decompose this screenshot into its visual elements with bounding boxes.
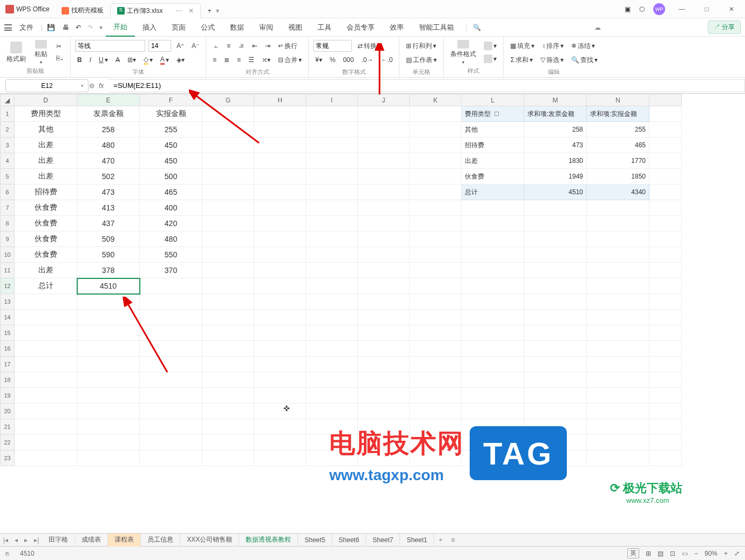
- cell[interactable]: [306, 310, 358, 325]
- row-header[interactable]: 3: [1, 138, 15, 153]
- cell[interactable]: 258: [77, 122, 140, 138]
- merge-button[interactable]: ⊟ 合并▾: [276, 54, 304, 66]
- bold-button[interactable]: B: [75, 55, 84, 65]
- cell[interactable]: 其他: [15, 122, 77, 138]
- worksheet-button[interactable]: ▤ 工作表▾: [404, 54, 439, 66]
- tab-templates[interactable]: 找稻壳模板: [55, 3, 110, 18]
- cell[interactable]: [140, 325, 202, 341]
- share-button[interactable]: ↗ 分享: [708, 21, 741, 34]
- row-header[interactable]: 22: [1, 435, 15, 450]
- cell[interactable]: [649, 372, 682, 388]
- cell[interactable]: [15, 357, 77, 372]
- cell[interactable]: [649, 122, 682, 138]
- cell[interactable]: 出差: [15, 263, 77, 278]
- cell[interactable]: [15, 294, 77, 310]
- cell[interactable]: [649, 231, 682, 247]
- cell[interactable]: 出差: [15, 169, 77, 185]
- cell[interactable]: [587, 404, 649, 419]
- cell[interactable]: [649, 263, 682, 278]
- cell[interactable]: [358, 231, 410, 247]
- cell[interactable]: 502: [77, 169, 140, 185]
- cell[interactable]: [649, 325, 682, 341]
- cell[interactable]: [587, 231, 649, 247]
- find-button[interactable]: 🔍 查找▾: [569, 54, 600, 66]
- row-header[interactable]: 21: [1, 419, 15, 435]
- clear-format-button[interactable]: ◈▾: [174, 55, 187, 65]
- row-header[interactable]: 19: [1, 388, 15, 404]
- cell[interactable]: [410, 325, 462, 341]
- menu-hamburger-icon[interactable]: [4, 24, 12, 31]
- strikethrough-button[interactable]: A̶: [113, 55, 122, 65]
- rows-cols-button[interactable]: ⊞ 行和列▾: [404, 40, 438, 52]
- cell[interactable]: [587, 325, 649, 341]
- cell[interactable]: 1949: [524, 169, 587, 185]
- cell[interactable]: 590: [77, 247, 140, 263]
- cube-icon[interactable]: ⬡: [639, 5, 645, 13]
- cell[interactable]: 473: [77, 185, 140, 200]
- cell[interactable]: [462, 325, 524, 341]
- menu-search-icon[interactable]: 🔍: [466, 24, 487, 31]
- sheet-tab[interactable]: 课程表: [108, 534, 141, 547]
- cell[interactable]: [306, 200, 358, 216]
- cell[interactable]: 470: [77, 153, 140, 169]
- col-L[interactable]: L: [462, 94, 524, 106]
- row-header[interactable]: 8: [1, 216, 15, 231]
- sheet-nav-next[interactable]: ▸: [21, 536, 31, 544]
- cell[interactable]: [358, 388, 410, 404]
- cell[interactable]: [254, 341, 306, 357]
- orientation-button[interactable]: ⤭▾: [260, 55, 273, 65]
- cell[interactable]: [358, 372, 410, 388]
- cell[interactable]: [15, 450, 77, 466]
- cell[interactable]: 473: [524, 138, 587, 153]
- cell[interactable]: [462, 357, 524, 372]
- spreadsheet-grid[interactable]: ◢ D E F G H I J K L M N 1费用类型发票金额实报金额费用类…: [0, 94, 682, 466]
- cell[interactable]: 4510: [77, 278, 140, 294]
- avatar[interactable]: WP: [653, 3, 665, 15]
- cell[interactable]: 伙食费: [15, 231, 77, 247]
- cell[interactable]: [358, 106, 410, 122]
- cell[interactable]: 550: [140, 247, 202, 263]
- cell[interactable]: [15, 325, 77, 341]
- row-header[interactable]: 9: [1, 231, 15, 247]
- cell[interactable]: [202, 200, 254, 216]
- cell[interactable]: [649, 138, 682, 153]
- cell[interactable]: [15, 388, 77, 404]
- cell[interactable]: 伙食费: [15, 247, 77, 263]
- col-D[interactable]: D: [15, 94, 77, 106]
- menu-redo-icon[interactable]: ↷: [84, 24, 96, 31]
- row-header[interactable]: 17: [1, 357, 15, 372]
- cell[interactable]: [254, 372, 306, 388]
- cell[interactable]: 509: [77, 231, 140, 247]
- cell[interactable]: [410, 310, 462, 325]
- cell[interactable]: [358, 341, 410, 357]
- cell[interactable]: [254, 185, 306, 200]
- cell[interactable]: [649, 419, 682, 435]
- menu-tools[interactable]: 工具: [310, 18, 339, 37]
- zoom-fit-icon[interactable]: ⤢: [734, 550, 740, 557]
- row-header[interactable]: 6: [1, 185, 15, 200]
- cell[interactable]: [410, 138, 462, 153]
- align-left-button[interactable]: ≡: [211, 55, 219, 65]
- tab-workbook[interactable]: S 工作簿3.xlsx ⋯ ✕: [110, 3, 201, 18]
- cell[interactable]: [254, 419, 306, 435]
- cell[interactable]: [202, 122, 254, 138]
- cell[interactable]: [77, 325, 140, 341]
- align-right-button[interactable]: ≡: [235, 55, 243, 65]
- tab-add[interactable]: + ▾: [201, 3, 225, 18]
- row-header[interactable]: 11: [1, 263, 15, 278]
- menu-print-icon[interactable]: 🖶: [59, 24, 72, 31]
- cell[interactable]: 发票金额: [77, 106, 140, 122]
- cell[interactable]: 总计: [462, 185, 524, 200]
- cell[interactable]: [410, 341, 462, 357]
- col-K[interactable]: K: [410, 94, 462, 106]
- cell[interactable]: [649, 357, 682, 372]
- cell[interactable]: [649, 294, 682, 310]
- cell[interactable]: [306, 294, 358, 310]
- cell[interactable]: [254, 247, 306, 263]
- cell[interactable]: [462, 310, 524, 325]
- row-header[interactable]: 5: [1, 169, 15, 185]
- cell[interactable]: 1850: [587, 169, 649, 185]
- cell[interactable]: [410, 185, 462, 200]
- menu-more-icon[interactable]: ▾: [96, 24, 106, 31]
- cell[interactable]: [254, 216, 306, 231]
